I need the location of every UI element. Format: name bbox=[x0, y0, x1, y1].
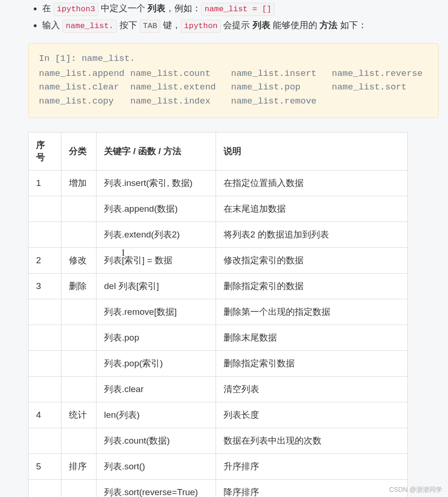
table-row: 列表.append(数据)在末尾追加数据 bbox=[29, 196, 408, 222]
table-row: 4统计len(列表)列表长度 bbox=[29, 402, 408, 428]
td-cat: 删除 bbox=[61, 273, 97, 299]
td-num: 2 bbox=[29, 247, 61, 273]
td-cat: 排序 bbox=[61, 453, 97, 479]
td-key: 列表[索引] = 数据 bbox=[97, 247, 216, 273]
ipython-completion-grid: name_list.append name_list.count name_li… bbox=[39, 67, 428, 108]
table-row: 列表.pop删除末尾数据 bbox=[29, 325, 408, 350]
td-key: 列表.insert(索引, 数据) bbox=[97, 170, 216, 196]
th-desc: 说明 bbox=[216, 132, 408, 170]
td-desc: 升序排序 bbox=[216, 453, 408, 479]
table-row: 列表.sort(reverse=True)降序排序 bbox=[29, 479, 408, 497]
td-key: 列表.pop(索引) bbox=[97, 350, 216, 376]
bold-text: 列表 bbox=[253, 20, 270, 30]
td-num: 5 bbox=[29, 453, 61, 479]
text: ，例如： bbox=[165, 3, 201, 13]
th-key: 关键字 / 函数 / 方法 bbox=[97, 132, 216, 170]
td-key: len(列表) bbox=[97, 402, 216, 428]
td-num: 4 bbox=[29, 402, 61, 428]
completion-item: name_list.extend bbox=[130, 81, 226, 94]
text: 中定义一个 bbox=[98, 3, 148, 13]
text: 如下： bbox=[337, 20, 366, 30]
td-num: 1 bbox=[29, 170, 61, 196]
td-key: 列表.clear bbox=[97, 376, 216, 402]
completion-item: name_list.pop bbox=[231, 81, 327, 94]
td-num bbox=[29, 428, 61, 453]
td-num bbox=[29, 376, 61, 402]
text: 按下 bbox=[117, 20, 140, 30]
td-desc: 删除指定索引的数据 bbox=[216, 273, 408, 299]
bold-text: 列表 bbox=[148, 3, 165, 13]
completion-item bbox=[332, 95, 428, 108]
td-desc: 删除第一个出现的指定数据 bbox=[216, 299, 408, 325]
td-desc: 列表长度 bbox=[216, 402, 408, 428]
table-row: 列表.clear清空列表 bbox=[29, 376, 408, 402]
completion-item: name_list.count bbox=[130, 67, 226, 81]
table-wrap: 序号 分类 关键字 / 函数 / 方法 说明 1增加列表.insert(索引, … bbox=[28, 132, 439, 497]
td-num: 3 bbox=[29, 273, 61, 299]
td-cat bbox=[61, 196, 97, 222]
completion-item: name_list.append bbox=[39, 67, 126, 81]
td-key: 列表.pop bbox=[97, 325, 216, 350]
th-cat: 分类 bbox=[61, 132, 97, 170]
code-chip-ipython3: ipython3 bbox=[53, 3, 98, 16]
td-key: 列表.remove[数据] bbox=[97, 299, 216, 325]
table-row: 1增加列表.insert(索引, 数据)在指定位置插入数据 bbox=[29, 170, 408, 196]
ipython-prompt-line: In [1]: name_list. bbox=[39, 52, 428, 66]
td-num bbox=[29, 299, 61, 325]
table-row: 列表.remove[数据]删除第一个出现的指定数据 bbox=[29, 299, 408, 325]
td-key: 列表.count(数据) bbox=[97, 428, 216, 453]
ipython-output-box: In [1]: name_list. name_list.append name… bbox=[28, 43, 439, 118]
bullet-list: 在 ipython3 中定义一个 列表，例如：name_list = [] 输入… bbox=[28, 0, 439, 34]
td-desc: 降序排序 bbox=[216, 479, 408, 497]
td-desc: 在末尾追加数据 bbox=[216, 196, 408, 222]
td-desc: 清空列表 bbox=[216, 376, 408, 402]
td-desc: 在指定位置插入数据 bbox=[216, 170, 408, 196]
td-cat bbox=[61, 376, 97, 402]
bold-text: 方法 bbox=[320, 20, 337, 30]
completion-item: name_list.insert bbox=[231, 67, 327, 81]
td-cat: 增加 bbox=[61, 170, 97, 196]
td-cat bbox=[61, 325, 97, 350]
td-key: 列表.sort() bbox=[97, 453, 216, 479]
td-desc: 将列表2 的数据追加到列表 bbox=[216, 222, 408, 247]
td-cat bbox=[61, 222, 97, 247]
td-num bbox=[29, 325, 61, 350]
td-desc: 删除指定索引数据 bbox=[216, 350, 408, 376]
table-row: 列表.pop(索引)删除指定索引数据 bbox=[29, 350, 408, 376]
td-cat bbox=[61, 479, 97, 497]
td-cat: 统计 bbox=[61, 402, 97, 428]
table-header-row: 序号 分类 关键字 / 函数 / 方法 说明 bbox=[29, 132, 408, 170]
table-row: 3删除del 列表[索引]删除指定索引的数据 bbox=[29, 273, 408, 299]
td-cat bbox=[61, 299, 97, 325]
completion-item: name_list.index bbox=[130, 95, 226, 108]
td-desc: 修改指定索引的数据 bbox=[216, 247, 408, 273]
table-row: 列表.count(数据)数据在列表中出现的次数 bbox=[29, 428, 408, 453]
td-desc: 数据在列表中出现的次数 bbox=[216, 428, 408, 453]
table-row: 列表.extend(列表2)将列表2 的数据追加到列表 bbox=[29, 222, 408, 247]
watermark: CSDN @浙浙同学 bbox=[389, 486, 442, 494]
td-key: 列表.sort(reverse=True) bbox=[97, 479, 216, 497]
text: 在 bbox=[42, 3, 53, 13]
completion-item: name_list.remove bbox=[231, 95, 327, 108]
completion-item: name_list.clear bbox=[39, 81, 126, 94]
td-cat: 修改 bbox=[61, 247, 97, 273]
table-row: 5排序列表.sort()升序排序 bbox=[29, 453, 408, 479]
text: 键， bbox=[160, 20, 180, 30]
bullet-item-2: 输入 name_list. 按下 TAB 键，ipython 会提示 列表 能够… bbox=[42, 17, 439, 34]
bullet-item-1: 在 ipython3 中定义一个 列表，例如：name_list = [] bbox=[42, 0, 439, 17]
td-num bbox=[29, 196, 61, 222]
td-cat bbox=[61, 428, 97, 453]
completion-item: name_list.reverse bbox=[332, 67, 428, 81]
code-chip-tab: TAB bbox=[140, 20, 161, 33]
th-num: 序号 bbox=[29, 132, 61, 170]
code-chip-namelist-empty: name_list = [] bbox=[201, 3, 275, 16]
td-num bbox=[29, 222, 61, 247]
td-key: 列表.append(数据) bbox=[97, 196, 216, 222]
td-num bbox=[29, 350, 61, 376]
table-row: 2修改列表[索引] = 数据修改指定索引的数据 bbox=[29, 247, 408, 273]
text: 输入 bbox=[42, 20, 62, 30]
td-key: 列表.extend(列表2) bbox=[97, 222, 216, 247]
page: 在 ipython3 中定义一个 列表，例如：name_list = [] 输入… bbox=[0, 0, 448, 497]
code-chip-ipython: ipython bbox=[181, 20, 221, 33]
code-chip-namelist-dot: name_list. bbox=[62, 20, 117, 33]
